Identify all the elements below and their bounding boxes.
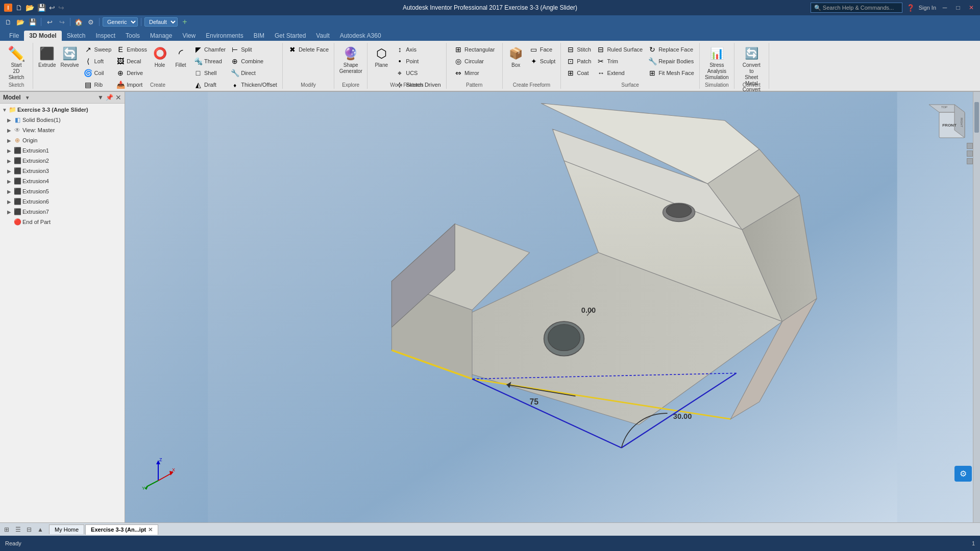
- tree-toggle-ext7[interactable]: ▶: [7, 209, 13, 215]
- qa-settings[interactable]: ⚙: [86, 17, 96, 27]
- btn-decal[interactable]: 🖼Decal: [114, 56, 149, 67]
- btn-patch[interactable]: ⊡Patch: [564, 56, 593, 67]
- save-btn[interactable]: 💾: [37, 4, 46, 12]
- btn-emboss[interactable]: EEmboss: [114, 44, 149, 55]
- btn-fillet[interactable]: ◜ Fillet: [170, 44, 191, 70]
- tree-item-ext6[interactable]: ▶ ⬛ Extrusion6: [0, 196, 125, 207]
- tree-toggle-root[interactable]: ▼: [2, 107, 8, 113]
- btn-extend[interactable]: ↔Extend: [594, 67, 645, 79]
- qa-home[interactable]: 🏠: [74, 17, 84, 27]
- qa-redo[interactable]: ↪: [57, 17, 67, 27]
- btn-thread[interactable]: 🔩Thread: [191, 56, 228, 67]
- tree-toggle-origin[interactable]: ▶: [7, 138, 13, 143]
- tree-toggle-ext2[interactable]: ▶: [7, 158, 13, 164]
- btn-axis[interactable]: ↕Axis: [393, 44, 443, 55]
- btn-deleteface[interactable]: ✖Delete Face: [286, 44, 331, 55]
- view-panel-btn2[interactable]: [967, 151, 973, 157]
- tab-bim[interactable]: BIM: [249, 31, 270, 41]
- btn-replace-face[interactable]: ↻Replace Face: [646, 44, 696, 55]
- new-btn[interactable]: 🗋: [15, 4, 22, 12]
- btn-sweep[interactable]: ↗Sweep: [82, 44, 114, 55]
- btn-stitch[interactable]: ⊟Stitch: [564, 44, 593, 55]
- tree-item-eop[interactable]: ▶ 🔴 End of Part: [0, 217, 125, 227]
- tab-icon-grid[interactable]: ⊞: [2, 525, 11, 534]
- btn-face[interactable]: ▭Face: [527, 44, 558, 55]
- tree-item-ext5[interactable]: ▶ ⬛ Extrusion5: [0, 186, 125, 196]
- tree-item-ext2[interactable]: ▶ ⬛ Extrusion2: [0, 156, 125, 166]
- btn-repair-bodies[interactable]: 🔧Repair Bodies: [646, 56, 696, 67]
- tree-item-ext3[interactable]: ▶ ⬛ Extrusion3: [0, 166, 125, 176]
- tab-view[interactable]: View: [177, 31, 201, 41]
- maximize-btn[interactable]: □: [953, 3, 963, 12]
- lighting-dropdown[interactable]: Default: [144, 17, 178, 27]
- btn-shell[interactable]: □Shell: [191, 67, 228, 79]
- tree-toggle-ext6[interactable]: ▶: [7, 199, 13, 205]
- btn-rectangular[interactable]: ⊞Rectangular: [452, 44, 497, 55]
- tab-environments[interactable]: Environments: [201, 31, 248, 41]
- btn-chamfer[interactable]: ◤Chamfer: [191, 44, 228, 55]
- redo-btn[interactable]: ↪: [58, 4, 64, 12]
- close-btn[interactable]: ✕: [967, 3, 976, 12]
- view-panel-btn1[interactable]: [967, 143, 973, 149]
- btn-point[interactable]: •Point: [393, 56, 443, 67]
- tab-icon-panels[interactable]: ⊟: [24, 525, 34, 534]
- tab-3dmodel[interactable]: 3D Model: [24, 31, 61, 41]
- tab-inspect[interactable]: Inspect: [90, 31, 120, 41]
- tab-file[interactable]: File: [4, 31, 24, 41]
- collaborate-btn[interactable]: ⚙: [954, 466, 972, 482]
- tab-vault[interactable]: Vault: [311, 31, 334, 41]
- btn-stress-analysis[interactable]: 📊 StressAnalysisSimulation: [703, 44, 730, 82]
- tab-manage[interactable]: Manage: [145, 31, 177, 41]
- btn-direct[interactable]: 🔧Direct: [228, 67, 279, 79]
- tree-toggle-ext4[interactable]: ▶: [7, 179, 13, 184]
- btn-ucs[interactable]: ⌖UCS: [393, 67, 443, 79]
- btn-circular[interactable]: ◎Circular: [452, 56, 497, 67]
- tree-toggle-ext3[interactable]: ▶: [7, 168, 13, 174]
- signin-btn[interactable]: Sign In: [919, 5, 936, 11]
- tree-item-root[interactable]: ▼ 📁 Exercise 3-3 (Angle Slider): [0, 105, 125, 115]
- btn-sculpt[interactable]: ✦Sculpt: [527, 56, 558, 67]
- btn-combine[interactable]: ⊕Combine: [228, 56, 279, 67]
- navigation-cube[interactable]: FRONT RIGHT TOP: [929, 102, 970, 143]
- help-btn[interactable]: ❓: [906, 4, 915, 12]
- btn-box[interactable]: 📦 Box: [506, 44, 526, 70]
- tab-getstarted[interactable]: Get Started: [270, 31, 311, 41]
- btn-start-sketch[interactable]: ✏️ Start2D Sketch: [3, 44, 30, 82]
- btn-coil[interactable]: 🌀Coil: [82, 67, 114, 79]
- tree-item-solid[interactable]: ▶ ◧ Solid Bodies(1): [0, 115, 125, 125]
- btn-loft[interactable]: ⟨Loft: [82, 56, 114, 67]
- viewport[interactable]: 75 0.00 30.00 FRONT RIGHT TOP: [125, 92, 980, 522]
- tab-icon-list[interactable]: ☰: [13, 525, 22, 534]
- btn-hole[interactable]: ⭕ Hole: [150, 44, 170, 70]
- viewport-scrollbar[interactable]: [973, 92, 980, 522]
- search-box[interactable]: 🔍 Search Help & Commands...: [811, 3, 902, 13]
- btn-split[interactable]: ⊢Split: [228, 44, 279, 55]
- open-btn[interactable]: 📂: [26, 4, 34, 12]
- tree-toggle-ext5[interactable]: ▶: [7, 189, 13, 194]
- btn-derive[interactable]: ⊕Derive: [114, 67, 149, 79]
- tab-exercise-close[interactable]: ✕: [148, 527, 153, 533]
- tree-toggle-solid[interactable]: ▶: [7, 117, 13, 123]
- qa-plus[interactable]: +: [180, 17, 190, 27]
- view-panel-btn3[interactable]: [967, 158, 973, 164]
- btn-shape-generator[interactable]: 🔮 ShapeGenerator: [337, 44, 364, 76]
- btn-plane[interactable]: ⬡ Plane: [371, 44, 392, 70]
- tab-myhome[interactable]: My Home: [49, 524, 84, 534]
- tab-exercise[interactable]: Exercise 3-3 (An...ipt ✕: [85, 524, 158, 535]
- btn-revolve[interactable]: 🔄 Revolve: [58, 44, 81, 70]
- tree-item-ext1[interactable]: ▶ ⬛ Extrusion1: [0, 145, 125, 156]
- tab-a360[interactable]: Autodesk A360: [335, 31, 386, 41]
- btn-fit-mesh[interactable]: ⊞Fit Mesh Face: [646, 67, 696, 79]
- undo-btn[interactable]: ↩: [49, 4, 55, 12]
- scrollbar-thumb[interactable]: [974, 102, 979, 133]
- tree-item-view[interactable]: ▶ 👁 View: Master: [0, 125, 125, 135]
- tree-item-ext4[interactable]: ▶ ⬛ Extrusion4: [0, 176, 125, 186]
- btn-trim[interactable]: ✂Trim: [594, 56, 645, 67]
- btn-ruled-surface[interactable]: ⊟Ruled Surface: [594, 44, 645, 55]
- tab-icon-arrow[interactable]: ▲: [36, 525, 45, 534]
- tree-item-origin[interactable]: ▶ ⊕ Origin: [0, 135, 125, 145]
- tab-tools[interactable]: Tools: [120, 31, 145, 41]
- tab-sketch[interactable]: Sketch: [62, 31, 91, 41]
- btn-coat[interactable]: ⊞Coat: [564, 67, 593, 79]
- qa-undo[interactable]: ↩: [44, 17, 55, 27]
